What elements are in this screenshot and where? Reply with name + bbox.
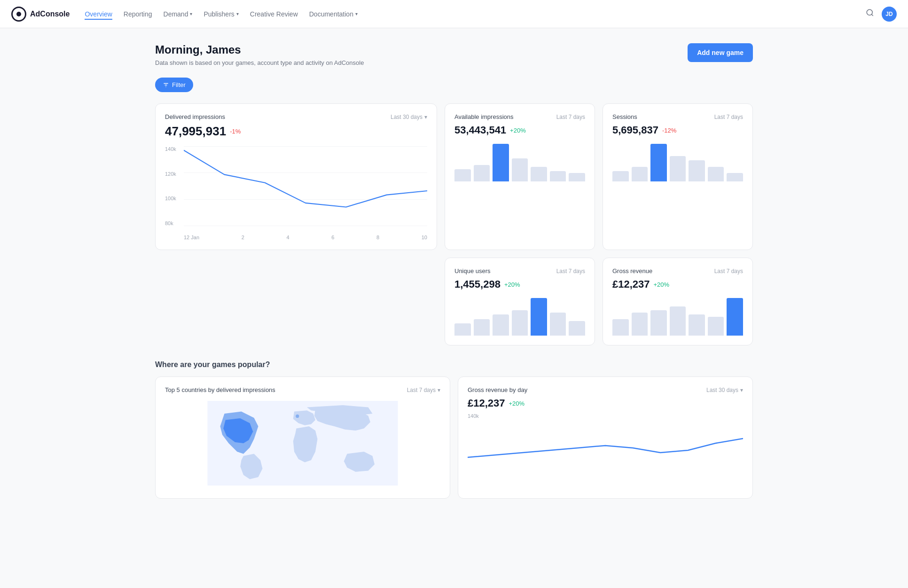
greeting-block: Morning, James Data shown is based on yo… xyxy=(155,43,364,66)
gross-revenue-period: Last 7 days xyxy=(714,268,743,274)
filter-row: Filter xyxy=(155,78,753,92)
revenue-svg xyxy=(468,424,743,462)
top-countries-card: Top 5 countries by delivered impressions… xyxy=(155,376,450,499)
map-svg xyxy=(165,401,440,486)
brand-name: AdConsole xyxy=(30,10,70,18)
top-countries-period: Last 7 days ▾ xyxy=(407,387,440,393)
navbar: AdConsole Overview Reporting Demand ▾ Pu… xyxy=(0,0,908,28)
bar xyxy=(689,160,705,181)
add-game-button[interactable]: Add new game xyxy=(688,43,753,62)
bar xyxy=(550,313,566,336)
gross-revenue-day-card: Gross revenue by day Last 30 days ▾ £12,… xyxy=(458,376,753,499)
gross-revenue-day-change: +20% xyxy=(509,400,525,407)
nav-publishers[interactable]: Publishers ▾ xyxy=(204,8,238,20)
bar xyxy=(612,319,629,336)
bar xyxy=(531,167,547,181)
nav-documentation[interactable]: Documentation ▾ xyxy=(309,8,358,20)
bar xyxy=(612,171,629,181)
main-content: Morning, James Data shown is based on yo… xyxy=(144,28,764,514)
chart-inner: 12 Jan 2 4 6 8 10 xyxy=(184,146,427,240)
top-countries-chevron-icon: ▾ xyxy=(438,387,440,393)
page-subtitle: Data shown is based on your games, accou… xyxy=(155,59,364,66)
gross-revenue-day-title: Gross revenue by day xyxy=(468,386,527,393)
sessions-card: Sessions Last 7 days 5,695,837 -12% xyxy=(603,103,753,250)
unique-users-period: Last 7 days xyxy=(556,268,585,274)
revenue-period-chevron-icon: ▾ xyxy=(740,387,743,393)
bar xyxy=(670,156,686,181)
line-chart-svg xyxy=(184,146,427,215)
bar xyxy=(650,144,667,181)
bar xyxy=(708,317,724,336)
gross-revenue-day-period: Last 30 days ▾ xyxy=(706,387,743,393)
sessions-change: -12% xyxy=(662,127,676,134)
delivered-title: Delivered impressions xyxy=(165,113,225,120)
nav-creative-review[interactable]: Creative Review xyxy=(250,8,298,20)
publishers-chevron-icon: ▾ xyxy=(236,11,239,16)
y-axis-labels: 140k 120k 100k 80k xyxy=(165,146,176,226)
period-chevron-icon: ▾ xyxy=(424,114,427,120)
delivered-period: Last 30 days ▾ xyxy=(391,114,427,120)
sessions-bar-chart xyxy=(612,144,743,181)
bar xyxy=(493,144,509,181)
unique-users-card: Unique users Last 7 days 1,455,298 +20% xyxy=(445,258,595,345)
nav-links: Overview Reporting Demand ▾ Publishers ▾… xyxy=(85,8,851,20)
card-header: Delivered impressions Last 30 days ▾ xyxy=(165,113,427,120)
unique-users-value: 1,455,298 +20% xyxy=(454,278,585,290)
world-map xyxy=(165,401,440,486)
bar xyxy=(454,169,471,181)
revenue-line-chart xyxy=(468,424,743,471)
bar xyxy=(727,173,743,181)
bar xyxy=(550,171,566,181)
page-title: Morning, James xyxy=(155,43,364,56)
bar xyxy=(689,314,705,336)
gross-revenue-bar-chart xyxy=(612,298,743,336)
delivered-impressions-card: Delivered impressions Last 30 days ▾ 47,… xyxy=(155,103,437,250)
gross-revenue-card: Gross revenue Last 7 days £12,237 +20% xyxy=(603,258,753,345)
demand-chevron-icon: ▾ xyxy=(190,11,192,16)
nav-overview[interactable]: Overview xyxy=(85,8,112,20)
gross-revenue-day-value: £12,237 +20% xyxy=(468,397,743,409)
filter-button[interactable]: Filter xyxy=(155,78,193,92)
bar xyxy=(474,319,490,336)
search-button[interactable] xyxy=(866,8,874,19)
dashboard-grid: Delivered impressions Last 30 days ▾ 47,… xyxy=(155,103,753,345)
x-axis-labels: 12 Jan 2 4 6 8 10 xyxy=(184,235,427,240)
available-bar-chart xyxy=(454,144,585,181)
bottom-grid: Top 5 countries by delivered impressions… xyxy=(155,376,753,499)
available-title: Available impressions xyxy=(454,113,514,120)
unique-users-title: Unique users xyxy=(454,267,491,274)
top-countries-title: Top 5 countries by delivered impressions xyxy=(165,386,275,393)
bar xyxy=(670,306,686,336)
bar xyxy=(531,298,547,336)
nav-reporting[interactable]: Reporting xyxy=(124,8,152,20)
delivered-change: -1% xyxy=(230,128,241,135)
delivered-value: 47,995,931 -1% xyxy=(165,124,427,139)
logo-icon xyxy=(11,7,26,22)
bar xyxy=(454,323,471,336)
unique-users-bar-chart xyxy=(454,298,585,336)
gross-revenue-title: Gross revenue xyxy=(612,267,652,274)
gross-revenue-value: £12,237 +20% xyxy=(612,278,743,290)
bar xyxy=(632,167,648,181)
nav-right: JD xyxy=(866,7,897,22)
sessions-title: Sessions xyxy=(612,113,637,120)
bar xyxy=(569,173,585,181)
svg-point-0 xyxy=(867,9,872,15)
user-avatar[interactable]: JD xyxy=(882,7,897,22)
filter-icon xyxy=(163,82,169,88)
popular-section-title: Where are your games popular? xyxy=(155,361,753,369)
bar xyxy=(569,321,585,336)
svg-point-5 xyxy=(296,415,299,418)
bar xyxy=(474,165,490,181)
sessions-period: Last 7 days xyxy=(714,114,743,120)
delivered-chart: 140k 120k 100k 80k 1 xyxy=(165,146,427,240)
bar xyxy=(632,313,648,336)
bar xyxy=(512,158,528,181)
available-value: 53,443,541 +20% xyxy=(454,124,585,136)
bar xyxy=(512,310,528,336)
available-change: +20% xyxy=(510,127,526,134)
revenue-y-label: 140k xyxy=(468,413,743,419)
nav-demand[interactable]: Demand ▾ xyxy=(164,8,193,20)
bar xyxy=(493,314,509,336)
bar xyxy=(708,167,724,181)
